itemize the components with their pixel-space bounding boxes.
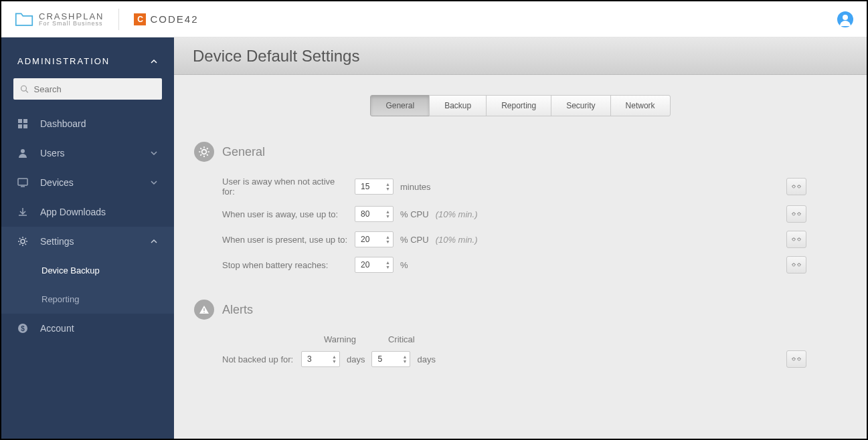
- search-input[interactable]: [34, 84, 155, 94]
- dollar-icon: $: [17, 323, 28, 334]
- alerts-row-label: Not backed up for:: [222, 354, 294, 364]
- sidebar: ADMINISTRATION Dashboard Users Devices A…: [1, 37, 174, 439]
- section-alerts: Alerts Warning Critical Not backed up fo…: [194, 300, 847, 367]
- warning-unit: days: [347, 354, 365, 364]
- svg-point-2: [21, 86, 27, 91]
- tab-backup[interactable]: Backup: [429, 95, 487, 116]
- tab-bar: General Backup Reporting Security Networ…: [194, 95, 847, 116]
- chevron-down-icon: [150, 149, 158, 157]
- svg-point-11: [21, 239, 25, 243]
- svg-point-14: [202, 150, 207, 154]
- critical-days-input[interactable]: 5 ▲▼: [371, 351, 410, 367]
- stepper-icon[interactable]: ▲▼: [385, 260, 390, 269]
- gear-icon: [194, 142, 214, 162]
- sidebar-section-administration[interactable]: ADMINISTRATION: [1, 49, 174, 78]
- svg-point-24: [203, 312, 205, 313]
- sidebar-item-label: Settings: [40, 236, 138, 247]
- lock-toggle[interactable]: [786, 256, 806, 273]
- lock-toggle[interactable]: [786, 205, 806, 223]
- dashboard-icon: [17, 118, 28, 129]
- monitor-icon: [17, 177, 28, 188]
- battery-unit: %: [400, 260, 408, 270]
- critical-unit: days: [417, 354, 435, 364]
- sidebar-item-app-downloads[interactable]: App Downloads: [1, 197, 174, 227]
- cpu-present-hint: (10% min.): [436, 235, 478, 245]
- sidebar-item-devices[interactable]: Devices: [1, 168, 174, 197]
- page-header: Device Default Settings: [174, 37, 867, 75]
- sidebar-item-settings[interactable]: Settings: [1, 227, 174, 256]
- away-label: User is away when not active for:: [222, 177, 348, 197]
- tab-security[interactable]: Security: [551, 95, 610, 116]
- section-heading: Alerts: [222, 303, 253, 317]
- tab-network[interactable]: Network: [610, 95, 671, 116]
- cpu-away-unit: % CPU: [400, 209, 429, 219]
- download-icon: [17, 207, 28, 217]
- cpu-present-input[interactable]: 20 ▲▼: [355, 231, 394, 247]
- battery-label: Stop when battery reaches:: [222, 260, 348, 270]
- chevron-down-icon: [150, 179, 158, 187]
- battery-input[interactable]: 20 ▲▼: [355, 257, 394, 273]
- section-general: General User is away when not active for…: [194, 142, 847, 273]
- alerts-col-warning: Warning: [324, 334, 356, 344]
- sidebar-item-label: Devices: [40, 177, 138, 188]
- chevron-up-icon: [150, 237, 158, 245]
- tab-reporting[interactable]: Reporting: [486, 95, 551, 116]
- stepper-icon[interactable]: ▲▼: [385, 182, 390, 191]
- code42-icon: C: [134, 13, 146, 25]
- cpu-away-hint: (10% min.): [436, 209, 478, 219]
- sidebar-item-label: App Downloads: [40, 207, 158, 217]
- alerts-col-critical: Critical: [388, 334, 415, 344]
- sidebar-section-label: ADMINISTRATION: [17, 56, 110, 66]
- sidebar-item-label: Account: [40, 323, 158, 334]
- cpu-away-input[interactable]: 80 ▲▼: [355, 206, 394, 222]
- section-heading: General: [222, 145, 265, 159]
- svg-point-8: [21, 149, 25, 153]
- cpu-present-unit: % CPU: [400, 235, 429, 245]
- sidebar-item-label: Users: [40, 148, 138, 158]
- sidebar-subitem-reporting[interactable]: Reporting: [1, 285, 174, 314]
- content-area: Device Default Settings General Backup R…: [174, 37, 867, 439]
- away-minutes-input[interactable]: 15 ▲▼: [355, 179, 394, 195]
- tab-general[interactable]: General: [370, 95, 430, 116]
- crashplan-title: CRASHPLAN: [39, 12, 104, 21]
- settings-subitems: Device Backup Reporting: [1, 256, 174, 314]
- warning-days-input[interactable]: 3 ▲▼: [301, 351, 340, 367]
- cpu-away-label: When user is away, use up to:: [222, 209, 348, 219]
- sidebar-subitem-device-backup[interactable]: Device Backup: [1, 256, 174, 285]
- sidebar-item-label: Dashboard: [40, 118, 158, 129]
- stepper-icon[interactable]: ▲▼: [385, 209, 390, 219]
- code42-label: CODE42: [150, 13, 198, 25]
- svg-rect-6: [18, 124, 22, 128]
- alert-icon: [194, 300, 214, 320]
- svg-rect-9: [18, 179, 27, 185]
- svg-line-3: [26, 90, 28, 92]
- cpu-present-label: When user is present, use up to:: [222, 235, 348, 245]
- svg-text:$: $: [21, 325, 25, 332]
- gear-icon: [17, 236, 28, 247]
- top-bar: CRASHPLAN For Small Business C CODE42: [1, 1, 867, 37]
- sidebar-item-account[interactable]: $ Account: [1, 314, 174, 343]
- svg-rect-4: [18, 119, 22, 123]
- search-icon: [20, 84, 29, 94]
- chevron-up-icon: [150, 58, 158, 66]
- svg-rect-5: [23, 119, 27, 123]
- search-box[interactable]: [13, 78, 162, 100]
- away-unit: minutes: [400, 182, 431, 192]
- lock-toggle[interactable]: [786, 178, 806, 195]
- sidebar-item-dashboard[interactable]: Dashboard: [1, 109, 174, 138]
- crashplan-subtitle: For Small Business: [39, 21, 104, 27]
- user-icon: [17, 148, 28, 158]
- lock-toggle[interactable]: [786, 350, 806, 368]
- stepper-icon[interactable]: ▲▼: [403, 354, 408, 364]
- code42-logo: C CODE42: [134, 13, 198, 25]
- svg-rect-7: [23, 124, 27, 128]
- page-title: Device Default Settings: [193, 47, 359, 66]
- stepper-icon[interactable]: ▲▼: [332, 354, 337, 364]
- sidebar-item-users[interactable]: Users: [1, 138, 174, 168]
- crashplan-logo: CRASHPLAN For Small Business: [15, 12, 104, 27]
- header-divider: [118, 9, 119, 30]
- lock-toggle[interactable]: [786, 231, 806, 248]
- user-avatar-icon[interactable]: [837, 11, 853, 27]
- stepper-icon[interactable]: ▲▼: [385, 235, 390, 244]
- folder-icon: [15, 12, 33, 27]
